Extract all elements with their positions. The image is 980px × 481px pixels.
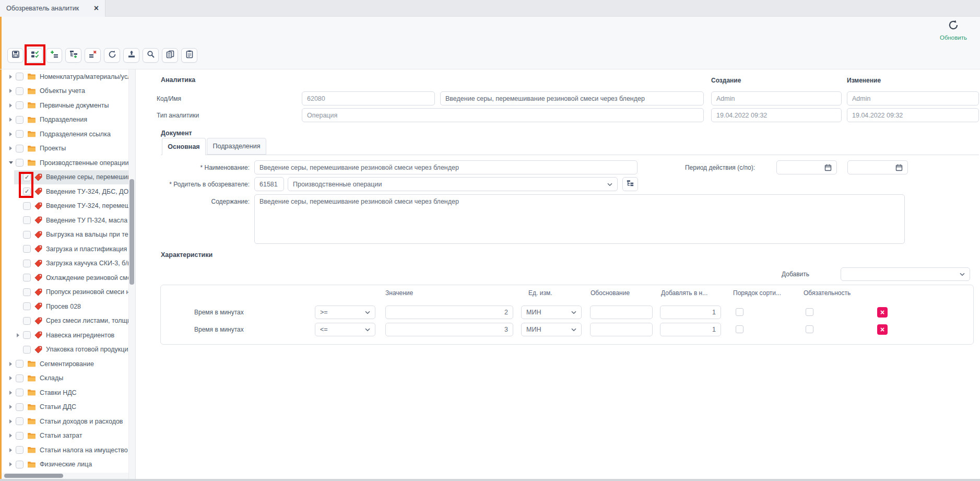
operator-select[interactable]: >=	[315, 306, 375, 319]
required-checkbox[interactable]	[806, 308, 813, 316]
sort-order-checkbox[interactable]	[736, 308, 743, 316]
tree-item-checkbox[interactable]	[16, 101, 23, 109]
tree-item-checkbox[interactable]	[23, 274, 31, 281]
chevron-collapsed-icon[interactable]	[8, 448, 14, 452]
period-to-field[interactable]	[847, 160, 908, 174]
chevron-collapsed-icon[interactable]	[8, 75, 14, 79]
chevron-collapsed-icon[interactable]	[8, 146, 14, 150]
tree-item-checkbox[interactable]	[16, 432, 23, 440]
tab-subdivisions[interactable]: Подразделения	[207, 138, 266, 155]
chevron-expanded-icon[interactable]	[8, 161, 14, 164]
calendar-icon[interactable]	[824, 164, 832, 171]
calendar-icon[interactable]	[895, 164, 903, 171]
tree-item[interactable]: Номенклатура/материалы/услуги	[2, 69, 128, 84]
tree-item-checkbox[interactable]	[16, 73, 23, 80]
code-field[interactable]: 62080	[302, 91, 435, 105]
search-button[interactable]	[143, 48, 159, 63]
operator-select[interactable]: <=	[315, 323, 375, 336]
tree-item-checkbox[interactable]	[16, 159, 23, 167]
tree-item[interactable]: Статьи доходов и расходов	[2, 414, 128, 429]
modified-at-field[interactable]: 19.04.2022 09:32	[847, 108, 979, 122]
tree-item[interactable]: ✓Введение ТУ-324, ДБС, ДОФ, перемешивани…	[2, 184, 128, 199]
name-field[interactable]: Введение серы, перемешивание резиновой с…	[440, 91, 704, 105]
check-items-button[interactable]	[27, 48, 43, 63]
chevron-collapsed-icon[interactable]	[8, 391, 14, 395]
chevron-collapsed-icon[interactable]	[8, 132, 14, 136]
sort-order-checkbox[interactable]	[736, 325, 743, 333]
tree-item-checkbox[interactable]	[16, 389, 23, 396]
tree-item-checkbox[interactable]	[16, 145, 23, 152]
required-checkbox[interactable]	[806, 325, 813, 333]
tree-item-checkbox[interactable]: ✓	[23, 187, 31, 195]
tree-picker-button[interactable]	[622, 177, 638, 191]
tree-item[interactable]: Введение ТУ П-324, масла ПН-6б	[2, 213, 128, 228]
created-user-field[interactable]: Admin	[711, 91, 842, 105]
tree-item-checkbox[interactable]	[16, 360, 23, 368]
tree-vertical-scrollbar-thumb[interactable]	[129, 179, 134, 285]
chevron-collapsed-icon[interactable]	[8, 118, 14, 122]
tree-item[interactable]: Проекты	[2, 142, 128, 156]
tree-item[interactable]: Охлаждение резиновой смеси на	[2, 271, 128, 285]
chevron-collapsed-icon[interactable]	[8, 362, 14, 366]
tree-item-checkbox[interactable]	[16, 446, 23, 454]
chevron-collapsed-icon[interactable]	[8, 89, 14, 93]
tree-item-checkbox[interactable]	[16, 417, 23, 425]
created-at-field[interactable]: 19.04.2022 09:32	[711, 108, 842, 122]
tree-item-checkbox[interactable]: ✓	[23, 173, 31, 181]
tree-item-checkbox[interactable]	[23, 331, 31, 339]
tree-item-checkbox[interactable]	[16, 461, 23, 468]
parent-code-field[interactable]: 61581	[254, 177, 284, 191]
chevron-collapsed-icon[interactable]	[8, 419, 14, 424]
add-in-input[interactable]: 1	[660, 306, 721, 319]
add-item-button[interactable]	[46, 48, 62, 63]
tree-item[interactable]: Производственные операции	[2, 156, 128, 170]
chevron-collapsed-icon[interactable]	[8, 103, 14, 108]
content-textarea[interactable]: Введение серы, перемешивание резиновой с…	[254, 194, 905, 244]
tree-item-checkbox[interactable]	[23, 245, 31, 253]
doc-name-field[interactable]: Введение серы, перемешивание резиновой с…	[254, 160, 637, 174]
add-characteristic-select[interactable]	[841, 267, 970, 281]
tree-item-checkbox[interactable]	[23, 231, 31, 239]
tree-item[interactable]: Склады	[2, 371, 128, 386]
tree-item[interactable]: ✓Введение серы, перемешивание резиновой …	[2, 170, 128, 185]
value-input[interactable]: 3	[385, 323, 513, 336]
tab-main[interactable]: Основная	[162, 138, 206, 155]
tree-item-checkbox[interactable]	[16, 130, 23, 138]
tree-item[interactable]: Статьи ДДС	[2, 400, 128, 415]
chevron-collapsed-icon[interactable]	[8, 433, 14, 438]
tree-item[interactable]: Загрузка каучука СКИ-3, б/ведро	[2, 256, 128, 271]
unit-select[interactable]: МИН	[521, 306, 582, 319]
copy-button[interactable]	[162, 48, 178, 63]
tree-item[interactable]: Упаковка готовой продукции	[2, 343, 128, 357]
tree-item[interactable]: Объекты учета	[2, 84, 128, 99]
justification-input[interactable]	[590, 323, 653, 336]
add-in-input[interactable]: 1	[660, 323, 721, 336]
tree-item-checkbox[interactable]	[16, 116, 23, 124]
tree-item[interactable]: Загрузка и пластификация каучука	[2, 242, 128, 256]
tree-item-checkbox[interactable]	[23, 288, 31, 296]
tree-item[interactable]: Подразделения ссылка	[2, 127, 128, 142]
tree-item[interactable]: Статьи налога на имущество	[2, 443, 128, 457]
close-icon[interactable]: ×	[94, 4, 99, 13]
tree-item[interactable]: Просев 028	[2, 299, 128, 314]
chevron-collapsed-icon[interactable]	[8, 462, 14, 466]
save-button[interactable]	[7, 48, 23, 63]
tree-item-checkbox[interactable]	[16, 374, 23, 382]
tree-item-checkbox[interactable]	[23, 260, 31, 267]
modified-user-field[interactable]: Admin	[847, 91, 979, 105]
delete-row-button[interactable]: ×	[877, 324, 888, 335]
tree-item[interactable]: Навеска ингредиентов	[2, 328, 128, 343]
tree-item[interactable]: Сегментирование	[2, 357, 128, 371]
delete-item-button[interactable]	[85, 48, 101, 63]
add-child-button[interactable]	[65, 48, 81, 63]
chevron-collapsed-icon[interactable]	[15, 333, 21, 337]
tree-item[interactable]: Выгрузка на вальцы при температуре	[2, 228, 128, 242]
tree-item[interactable]: Физические лица	[2, 457, 128, 472]
tab-analytics-explorer[interactable]: Обозреватель аналитик ×	[0, 0, 105, 17]
tree-item-checkbox[interactable]	[16, 403, 23, 411]
tree-item-checkbox[interactable]	[23, 317, 31, 325]
delete-row-button[interactable]: ×	[877, 307, 888, 318]
tree-item-checkbox[interactable]	[23, 216, 31, 224]
tree-item-checkbox[interactable]	[23, 302, 31, 310]
chevron-collapsed-icon[interactable]	[8, 405, 14, 409]
